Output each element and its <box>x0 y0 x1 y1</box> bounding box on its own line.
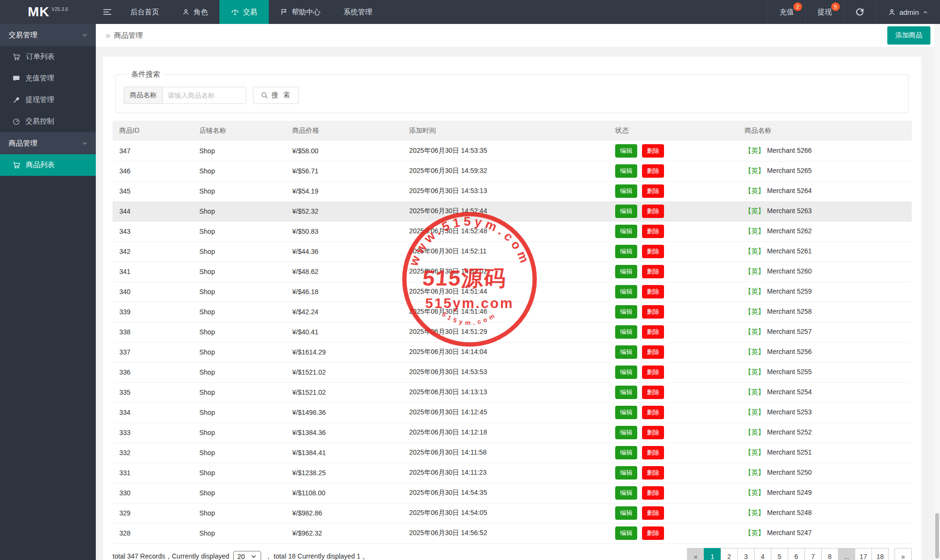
refresh-button[interactable] <box>843 0 876 24</box>
edit-button[interactable]: 编辑 <box>615 526 637 540</box>
cell-product-id: 330 <box>113 483 193 503</box>
edit-button[interactable]: 编辑 <box>615 486 637 500</box>
product-name-input[interactable] <box>162 87 246 104</box>
table-row: 344Shop¥/$52.322025年06月30日 14:52:44编辑删除【… <box>113 201 912 221</box>
scales-icon <box>231 8 239 16</box>
edit-button[interactable]: 编辑 <box>615 144 637 158</box>
delete-button[interactable]: 删除 <box>642 144 664 158</box>
page-button[interactable]: 17 <box>855 548 872 560</box>
prev-page-button[interactable]: « <box>687 548 704 560</box>
summary-text-1: total 347 Records，Currently displayed <box>113 552 229 560</box>
edit-button[interactable]: 编辑 <box>615 205 637 218</box>
language-tag: 【英】 <box>745 287 765 295</box>
edit-button[interactable]: 编辑 <box>615 345 637 359</box>
withdraw-button[interactable]: 提现 5 <box>805 0 843 24</box>
table-row: 342Shop¥/$44.362025年06月30日 14:52:11编辑删除【… <box>113 241 912 262</box>
edit-button[interactable]: 编辑 <box>615 426 637 439</box>
edit-button[interactable]: 编辑 <box>615 245 637 258</box>
product-name-text: Merchant 5252 <box>767 428 812 436</box>
user-menu[interactable]: admin <box>876 0 940 24</box>
delete-button[interactable]: 删除 <box>642 245 664 258</box>
cell-status: 编辑删除 <box>608 483 738 503</box>
delete-button[interactable]: 删除 <box>642 184 664 198</box>
edit-button[interactable]: 编辑 <box>615 366 637 379</box>
table-row: 347Shop¥/$58.002025年06月30日 14:53:35编辑删除【… <box>113 141 912 161</box>
page-size-select[interactable]: 20 <box>233 551 262 560</box>
next-page-button[interactable]: » <box>894 548 912 560</box>
cell-price: ¥/$54.19 <box>286 181 402 201</box>
delete-button[interactable]: 删除 <box>642 366 664 379</box>
delete-button[interactable]: 删除 <box>642 446 664 459</box>
table-footer: total 347 Records，Currently displayed 20… <box>113 548 912 560</box>
cell-product-name: 【英】Merchant 5265 <box>738 161 912 181</box>
delete-button[interactable]: 删除 <box>642 225 664 238</box>
cell-shop-name: Shop <box>193 241 286 262</box>
edit-button[interactable]: 编辑 <box>615 305 637 319</box>
nav-item-system[interactable]: 系统管理 <box>332 0 384 24</box>
edit-button[interactable]: 编辑 <box>615 406 637 419</box>
recharge-button[interactable]: 充值 2 <box>768 0 805 24</box>
edit-button[interactable]: 编辑 <box>615 325 637 339</box>
cell-price: ¥/$1384.36 <box>286 423 402 443</box>
vertical-scrollbar[interactable] <box>934 24 940 560</box>
edit-button[interactable]: 编辑 <box>615 184 637 198</box>
sidebar-item-trade-control[interactable]: 交易控制 <box>0 111 96 132</box>
edit-button[interactable]: 编辑 <box>615 466 637 480</box>
cell-added-time: 2025年06月30日 14:53:13 <box>402 181 608 201</box>
cell-product-name: 【英】Merchant 5248 <box>738 503 912 523</box>
edit-button[interactable]: 编辑 <box>615 164 637 178</box>
delete-button[interactable]: 删除 <box>642 325 664 339</box>
nav-item-trade[interactable]: 交易 <box>219 0 269 24</box>
nav-item-help-center[interactable]: 帮助中心 <box>269 0 332 24</box>
search-icon <box>261 91 268 99</box>
delete-button[interactable]: 删除 <box>642 164 664 178</box>
cell-shop-name: Shop <box>193 423 286 443</box>
page-button[interactable]: 2 <box>721 548 738 560</box>
sidebar-item-withdraw-manage[interactable]: 提现管理 <box>0 89 96 111</box>
product-name-text: Merchant 5253 <box>767 408 812 416</box>
delete-button[interactable]: 删除 <box>642 345 664 359</box>
scrollbar-thumb[interactable] <box>935 513 939 559</box>
delete-button[interactable]: 删除 <box>642 486 664 500</box>
delete-button[interactable]: 删除 <box>642 386 664 399</box>
page-button[interactable]: 18 <box>871 548 889 560</box>
sidebar-item-recharge-manage[interactable]: 充值管理 <box>0 68 96 89</box>
delete-button[interactable]: 删除 <box>642 526 664 540</box>
sidebar-item-product-list[interactable]: 商品列表 <box>0 154 96 176</box>
delete-button[interactable]: 删除 <box>642 506 664 520</box>
page-button[interactable]: 7 <box>804 548 822 560</box>
nav-item-home[interactable]: 后台首页 <box>119 0 171 24</box>
page-button[interactable]: 8 <box>821 548 838 560</box>
cell-status: 编辑删除 <box>608 463 738 483</box>
sidebar-group-product-manage[interactable]: 商品管理 <box>0 132 96 154</box>
app-logo: MK <box>28 4 50 20</box>
edit-button[interactable]: 编辑 <box>615 386 637 399</box>
delete-button[interactable]: 删除 <box>642 426 664 439</box>
page-button[interactable]: 5 <box>771 548 788 560</box>
edit-button[interactable]: 编辑 <box>615 225 637 238</box>
delete-button[interactable]: 删除 <box>642 305 664 319</box>
language-tag: 【英】 <box>745 167 765 174</box>
delete-button[interactable]: 删除 <box>642 285 664 298</box>
edit-button[interactable]: 编辑 <box>615 506 637 520</box>
delete-button[interactable]: 删除 <box>642 406 664 419</box>
nav-item-roles[interactable]: 角色 <box>171 0 219 24</box>
page-button[interactable]: 3 <box>737 548 755 560</box>
search-button[interactable]: 搜 索 <box>253 87 299 104</box>
sidebar-item-order-list[interactable]: 订单列表 <box>0 46 96 68</box>
delete-button[interactable]: 删除 <box>642 205 664 218</box>
cell-price: ¥/$40.41 <box>286 322 402 342</box>
edit-button[interactable]: 编辑 <box>615 446 637 459</box>
hamburger-menu-icon[interactable] <box>96 0 119 24</box>
delete-button[interactable]: 删除 <box>642 466 664 480</box>
cell-status: 编辑删除 <box>608 262 738 282</box>
page-button[interactable]: 4 <box>754 548 771 560</box>
refresh-icon <box>855 8 864 17</box>
add-product-button[interactable]: 添加商品 <box>887 26 930 45</box>
page-button[interactable]: 1 <box>704 548 721 560</box>
edit-button[interactable]: 编辑 <box>615 265 637 278</box>
delete-button[interactable]: 删除 <box>642 265 664 278</box>
edit-button[interactable]: 编辑 <box>615 285 637 298</box>
page-button[interactable]: 6 <box>788 548 805 560</box>
sidebar-group-trade-manage[interactable]: 交易管理 <box>0 24 96 46</box>
